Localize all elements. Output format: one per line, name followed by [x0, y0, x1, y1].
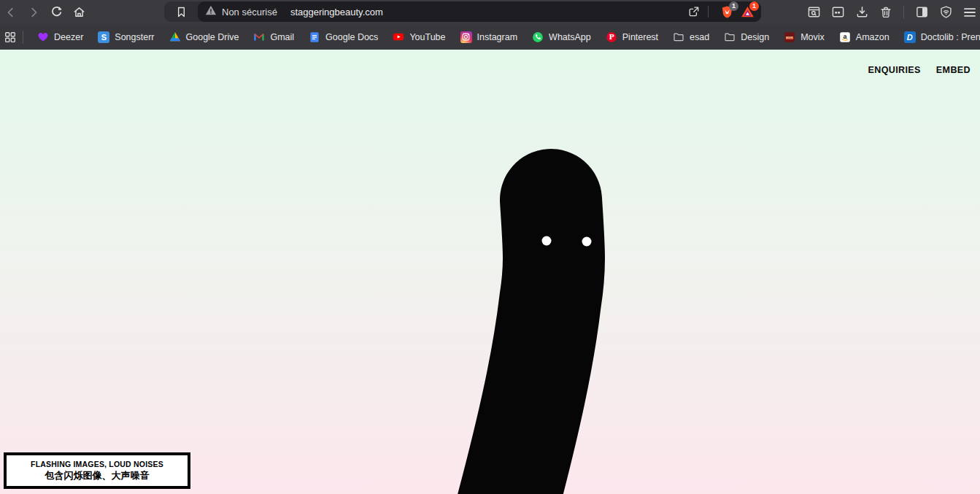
- rewards-badge: 1: [749, 1, 759, 11]
- google-drive-icon: [169, 31, 181, 43]
- wallet-icon[interactable]: [830, 4, 846, 20]
- bookmark-label: Amazon: [856, 32, 890, 42]
- shields-badge: 1: [729, 1, 738, 11]
- nav-button-group: [3, 0, 87, 24]
- bookmark-label: Doctolib : Prenez re...: [921, 32, 980, 42]
- bookmark-ribbon-icon[interactable]: [164, 1, 198, 22]
- apps-grid-icon[interactable]: [4, 29, 17, 45]
- bookmark-label: Google Docs: [325, 32, 378, 42]
- bookmark-label: esad: [690, 32, 709, 42]
- page-nav: ENQUIRIES EMBED: [868, 65, 971, 75]
- svg-text:a: a: [843, 33, 846, 40]
- bookmark-deezer[interactable]: Deezer: [30, 27, 90, 47]
- not-secure-warning-icon: [205, 4, 217, 19]
- bookmark-label: WhatsApp: [549, 32, 591, 42]
- bookmark-google-docs[interactable]: Google Docs: [301, 27, 385, 47]
- bookmark-movix[interactable]: MOVIX Movix: [776, 27, 832, 47]
- bookmark-amazon[interactable]: a Amazon: [832, 27, 897, 47]
- downloads-icon[interactable]: [854, 4, 870, 20]
- sidebar-toggle-icon[interactable]: [914, 4, 930, 20]
- bookmark-google-drive[interactable]: Google Drive: [162, 27, 247, 47]
- bookmark-label: Songsterr: [115, 32, 154, 42]
- bookmark-pinterest[interactable]: P Pinterest: [598, 27, 665, 47]
- warning-line-zh: 包含闪烁图像、大声噪音: [9, 469, 185, 482]
- whatsapp-icon: [532, 31, 544, 43]
- omnibox[interactable]: Non sécurisé staggeringbeauty.com 1 1: [198, 1, 761, 22]
- bookmark-youtube[interactable]: YouTube: [385, 27, 452, 47]
- google-docs-icon: [309, 31, 320, 43]
- bookmark-esad[interactable]: esad: [665, 27, 717, 47]
- movix-icon: MOVIX: [784, 31, 795, 43]
- bookmarks-bar: Deezer S Songsterr Google Drive Gmail Go…: [0, 24, 980, 50]
- menu-icon[interactable]: [962, 4, 978, 20]
- doctolib-icon: D: [904, 31, 916, 43]
- bookmark-gmail[interactable]: Gmail: [246, 27, 301, 47]
- back-icon[interactable]: [3, 4, 19, 20]
- bookmark-label: Design: [741, 32, 769, 42]
- songsterr-icon: S: [98, 31, 109, 43]
- enquiries-link[interactable]: ENQUIRIES: [868, 65, 920, 75]
- gmail-icon: [253, 31, 265, 43]
- tab-search-icon[interactable]: [806, 4, 822, 20]
- trash-icon[interactable]: [878, 4, 894, 20]
- security-label[interactable]: Non sécurisé: [222, 7, 277, 18]
- bookmark-doctolib[interactable]: D Doctolib : Prenez re...: [897, 27, 980, 47]
- bookmark-instagram[interactable]: Instagram: [453, 27, 525, 47]
- browser-toolbar: Non sécurisé staggeringbeauty.com 1 1: [0, 0, 980, 24]
- worm-right-eye: [582, 237, 592, 247]
- worm-left-eye: [542, 236, 552, 246]
- bookmark-label: Instagram: [477, 32, 518, 42]
- warning-line-en: FLASHING IMAGES, LOUD NOISES: [9, 460, 185, 468]
- folder-icon: [673, 31, 684, 43]
- svg-text:P: P: [609, 33, 614, 41]
- instagram-icon: [460, 31, 472, 43]
- bookmark-label: Movix: [800, 32, 825, 42]
- share-icon[interactable]: [686, 4, 702, 20]
- flashing-warning-box: FLASHING IMAGES, LOUD NOISES 包含闪烁图像、大声噪音: [4, 452, 190, 489]
- pinterest-icon: P: [606, 31, 617, 43]
- deezer-heart-icon: [37, 31, 49, 43]
- bookmark-label: Pinterest: [622, 32, 658, 42]
- address-bar[interactable]: Non sécurisé staggeringbeauty.com 1 1: [164, 1, 761, 22]
- brave-rewards-icon[interactable]: 1: [739, 4, 755, 20]
- embed-link[interactable]: EMBED: [936, 65, 971, 75]
- bookmark-label: Google Drive: [186, 32, 239, 42]
- url-text[interactable]: staggeringbeauty.com: [290, 7, 383, 18]
- forward-icon[interactable]: [26, 4, 42, 20]
- brave-shields-icon[interactable]: 1: [719, 4, 735, 20]
- reload-icon[interactable]: [48, 4, 64, 20]
- youtube-icon: [393, 31, 404, 43]
- toolbar-right-group: [806, 0, 978, 24]
- bookmark-label: Gmail: [270, 32, 294, 42]
- bookmark-label: YouTube: [409, 32, 445, 42]
- page-content: ENQUIRIES EMBED FLASHING IMAGES, LOUD NO…: [0, 50, 980, 494]
- svg-text:MOVIX: MOVIX: [787, 36, 793, 39]
- folder-icon: [724, 31, 736, 43]
- bookmark-whatsapp[interactable]: WhatsApp: [525, 27, 598, 47]
- bookmark-label: Deezer: [54, 32, 83, 42]
- worm-graphic[interactable]: [0, 50, 980, 494]
- vpn-shield-icon[interactable]: [938, 4, 954, 20]
- amazon-icon: a: [839, 31, 851, 43]
- bookmark-design[interactable]: Design: [717, 27, 776, 47]
- bookmark-songsterr[interactable]: S Songsterr: [90, 27, 161, 47]
- home-icon[interactable]: [71, 4, 87, 20]
